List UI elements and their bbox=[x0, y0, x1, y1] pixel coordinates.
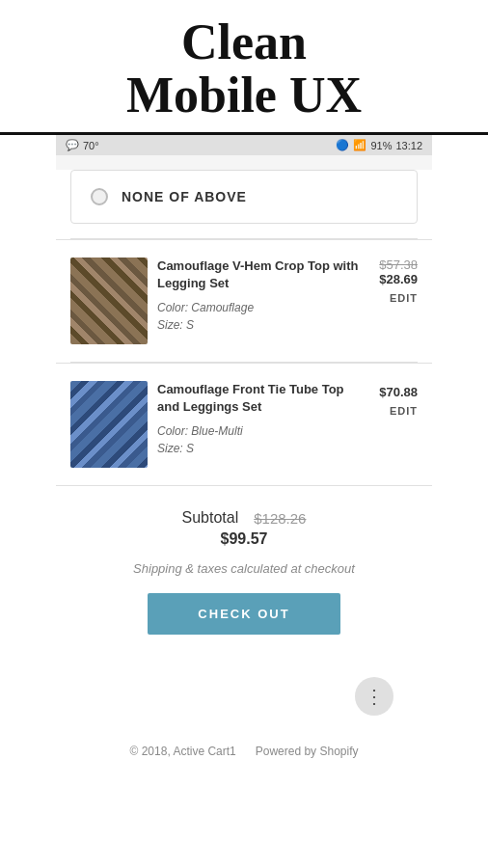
product-row: Camouflage V-Hem Crop Top with Legging S… bbox=[56, 239, 432, 362]
page-title-line2: Mobile UX bbox=[10, 68, 478, 122]
chat-icon: 💬 bbox=[66, 139, 79, 151]
product-row-2: Camouflage Front Tie Tube Top and Leggin… bbox=[56, 363, 432, 485]
price-single-2: $70.88 bbox=[379, 385, 418, 399]
checkout-button[interactable]: CHECK OUT bbox=[148, 593, 340, 635]
subtotal-sale: $99.57 bbox=[75, 530, 413, 548]
status-bar: 💬 70° 🔵 📶 91% 13:12 bbox=[56, 135, 432, 155]
camo-pattern-2 bbox=[70, 381, 148, 468]
product-image-1 bbox=[70, 258, 148, 344]
product-name-2: Camouflage Front Tie Tube Top and Leggin… bbox=[157, 381, 369, 416]
product-color-2: Color: Blue-Multi bbox=[157, 422, 369, 440]
status-left: 💬 70° bbox=[66, 139, 99, 151]
clock: 13:12 bbox=[395, 140, 422, 151]
product-price-col-2: $70.88 EDIT bbox=[379, 381, 418, 417]
page-title-line1: Clean bbox=[10, 17, 478, 68]
product-price-col-1: $57.38 $28.69 EDIT bbox=[379, 258, 418, 304]
signal-icon: 📶 bbox=[353, 139, 366, 151]
subtotal-label: Subtotal bbox=[182, 509, 239, 527]
product-info-2: Camouflage Front Tie Tube Top and Leggin… bbox=[148, 381, 379, 456]
copyright-text: © 2018, Active Cart1 bbox=[130, 745, 236, 758]
shipping-note: Shipping & taxes calculated at checkout bbox=[75, 561, 413, 576]
bluetooth-icon: 🔵 bbox=[336, 139, 349, 151]
product-info-1: Camouflage V-Hem Crop Top with Legging S… bbox=[148, 258, 379, 333]
more-options-fab[interactable]: ⋮ bbox=[355, 677, 393, 716]
subtotal-section: Subtotal $128.26 $99.57 Shipping & taxes… bbox=[56, 485, 432, 662]
radio-none-above[interactable] bbox=[91, 188, 108, 205]
none-above-label: NONE OF ABOVE bbox=[122, 189, 247, 204]
edit-button-2[interactable]: EDIT bbox=[390, 405, 418, 417]
page-header: Clean Mobile UX bbox=[0, 0, 488, 135]
powered-by-text: Powered by Shopify bbox=[256, 745, 359, 758]
status-temp: 70° bbox=[83, 140, 99, 151]
camo-pattern-1 bbox=[70, 258, 148, 344]
edit-button-1[interactable]: EDIT bbox=[390, 292, 418, 304]
price-sale-1: $28.69 bbox=[379, 272, 418, 286]
none-above-row[interactable]: NONE OF ABOVE bbox=[70, 170, 418, 224]
status-right: 🔵 📶 91% 13:12 bbox=[336, 139, 422, 151]
dots-icon: ⋮ bbox=[365, 685, 384, 708]
product-color-1: Color: Camouflage bbox=[157, 299, 369, 316]
product-size-1: Size: S bbox=[157, 316, 369, 334]
subtotal-row: Subtotal $128.26 bbox=[75, 509, 413, 527]
product-image-2 bbox=[70, 381, 148, 468]
subtotal-original: $128.26 bbox=[254, 510, 306, 527]
product-name-1: Camouflage V-Hem Crop Top with Legging S… bbox=[157, 258, 369, 292]
battery-text: 91% bbox=[370, 140, 392, 151]
phone-frame: 💬 70° 🔵 📶 91% 13:12 NONE OF ABOVE Camouf… bbox=[56, 135, 432, 777]
cart-content: NONE OF ABOVE Camouflage V-Hem Crop Top … bbox=[56, 170, 432, 777]
price-original-1: $57.38 bbox=[379, 258, 418, 272]
page-footer: © 2018, Active Cart1 Powered by Shopify bbox=[56, 731, 432, 777]
product-size-2: Size: S bbox=[157, 440, 369, 457]
